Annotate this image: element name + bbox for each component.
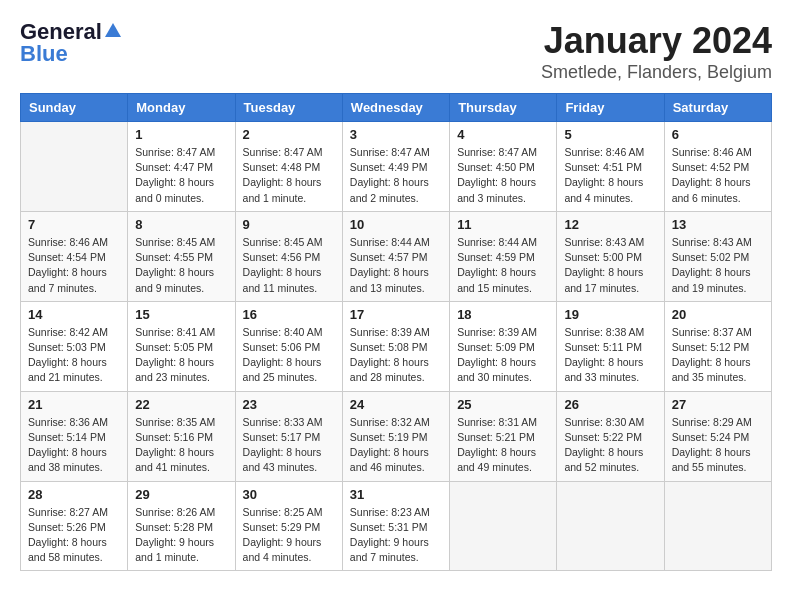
- calendar-cell: 14Sunrise: 8:42 AMSunset: 5:03 PMDayligh…: [21, 301, 128, 391]
- calendar-cell: 25Sunrise: 8:31 AMSunset: 5:21 PMDayligh…: [450, 391, 557, 481]
- day-info: Sunrise: 8:37 AMSunset: 5:12 PMDaylight:…: [672, 325, 764, 386]
- day-info: Sunrise: 8:23 AMSunset: 5:31 PMDaylight:…: [350, 505, 442, 566]
- day-info: Sunrise: 8:42 AMSunset: 5:03 PMDaylight:…: [28, 325, 120, 386]
- calendar-cell: [450, 481, 557, 571]
- day-number: 27: [672, 397, 764, 412]
- day-number: 4: [457, 127, 549, 142]
- day-number: 7: [28, 217, 120, 232]
- col-sunday: Sunday: [21, 94, 128, 122]
- col-saturday: Saturday: [664, 94, 771, 122]
- day-number: 31: [350, 487, 442, 502]
- day-info: Sunrise: 8:45 AMSunset: 4:55 PMDaylight:…: [135, 235, 227, 296]
- day-info: Sunrise: 8:27 AMSunset: 5:26 PMDaylight:…: [28, 505, 120, 566]
- day-info: Sunrise: 8:47 AMSunset: 4:49 PMDaylight:…: [350, 145, 442, 206]
- calendar-cell: 8Sunrise: 8:45 AMSunset: 4:55 PMDaylight…: [128, 211, 235, 301]
- day-info: Sunrise: 8:25 AMSunset: 5:29 PMDaylight:…: [243, 505, 335, 566]
- calendar-cell: 12Sunrise: 8:43 AMSunset: 5:00 PMDayligh…: [557, 211, 664, 301]
- calendar-header: Sunday Monday Tuesday Wednesday Thursday…: [21, 94, 772, 122]
- day-number: 17: [350, 307, 442, 322]
- calendar-cell: 23Sunrise: 8:33 AMSunset: 5:17 PMDayligh…: [235, 391, 342, 481]
- calendar-cell: 24Sunrise: 8:32 AMSunset: 5:19 PMDayligh…: [342, 391, 449, 481]
- day-info: Sunrise: 8:29 AMSunset: 5:24 PMDaylight:…: [672, 415, 764, 476]
- col-monday: Monday: [128, 94, 235, 122]
- calendar-body: 1Sunrise: 8:47 AMSunset: 4:47 PMDaylight…: [21, 122, 772, 571]
- col-thursday: Thursday: [450, 94, 557, 122]
- calendar-cell: 3Sunrise: 8:47 AMSunset: 4:49 PMDaylight…: [342, 122, 449, 212]
- day-number: 12: [564, 217, 656, 232]
- day-number: 2: [243, 127, 335, 142]
- day-info: Sunrise: 8:26 AMSunset: 5:28 PMDaylight:…: [135, 505, 227, 566]
- calendar-cell: 29Sunrise: 8:26 AMSunset: 5:28 PMDayligh…: [128, 481, 235, 571]
- day-number: 18: [457, 307, 549, 322]
- calendar-table: Sunday Monday Tuesday Wednesday Thursday…: [20, 93, 772, 571]
- calendar-cell: 2Sunrise: 8:47 AMSunset: 4:48 PMDaylight…: [235, 122, 342, 212]
- page-subtitle: Smetlede, Flanders, Belgium: [541, 62, 772, 83]
- day-number: 13: [672, 217, 764, 232]
- day-info: Sunrise: 8:38 AMSunset: 5:11 PMDaylight:…: [564, 325, 656, 386]
- day-number: 20: [672, 307, 764, 322]
- day-number: 6: [672, 127, 764, 142]
- calendar-cell: 4Sunrise: 8:47 AMSunset: 4:50 PMDaylight…: [450, 122, 557, 212]
- calendar-cell: 16Sunrise: 8:40 AMSunset: 5:06 PMDayligh…: [235, 301, 342, 391]
- day-number: 8: [135, 217, 227, 232]
- calendar-cell: 17Sunrise: 8:39 AMSunset: 5:08 PMDayligh…: [342, 301, 449, 391]
- day-info: Sunrise: 8:43 AMSunset: 5:02 PMDaylight:…: [672, 235, 764, 296]
- day-number: 1: [135, 127, 227, 142]
- day-info: Sunrise: 8:44 AMSunset: 4:59 PMDaylight:…: [457, 235, 549, 296]
- day-number: 10: [350, 217, 442, 232]
- day-info: Sunrise: 8:46 AMSunset: 4:54 PMDaylight:…: [28, 235, 120, 296]
- logo: General Blue: [20, 20, 121, 66]
- day-number: 16: [243, 307, 335, 322]
- day-info: Sunrise: 8:46 AMSunset: 4:51 PMDaylight:…: [564, 145, 656, 206]
- day-info: Sunrise: 8:47 AMSunset: 4:48 PMDaylight:…: [243, 145, 335, 206]
- day-number: 25: [457, 397, 549, 412]
- day-number: 24: [350, 397, 442, 412]
- day-number: 5: [564, 127, 656, 142]
- day-number: 3: [350, 127, 442, 142]
- day-info: Sunrise: 8:39 AMSunset: 5:09 PMDaylight:…: [457, 325, 549, 386]
- calendar-cell: 9Sunrise: 8:45 AMSunset: 4:56 PMDaylight…: [235, 211, 342, 301]
- day-info: Sunrise: 8:43 AMSunset: 5:00 PMDaylight:…: [564, 235, 656, 296]
- calendar-cell: 21Sunrise: 8:36 AMSunset: 5:14 PMDayligh…: [21, 391, 128, 481]
- col-tuesday: Tuesday: [235, 94, 342, 122]
- day-info: Sunrise: 8:36 AMSunset: 5:14 PMDaylight:…: [28, 415, 120, 476]
- calendar-cell: 20Sunrise: 8:37 AMSunset: 5:12 PMDayligh…: [664, 301, 771, 391]
- day-number: 21: [28, 397, 120, 412]
- col-friday: Friday: [557, 94, 664, 122]
- day-number: 29: [135, 487, 227, 502]
- header: General Blue January 2024 Smetlede, Flan…: [20, 20, 772, 83]
- calendar-cell: 26Sunrise: 8:30 AMSunset: 5:22 PMDayligh…: [557, 391, 664, 481]
- day-info: Sunrise: 8:40 AMSunset: 5:06 PMDaylight:…: [243, 325, 335, 386]
- day-number: 9: [243, 217, 335, 232]
- calendar-cell: 10Sunrise: 8:44 AMSunset: 4:57 PMDayligh…: [342, 211, 449, 301]
- calendar-cell: [557, 481, 664, 571]
- calendar-cell: 5Sunrise: 8:46 AMSunset: 4:51 PMDaylight…: [557, 122, 664, 212]
- calendar-cell: 1Sunrise: 8:47 AMSunset: 4:47 PMDaylight…: [128, 122, 235, 212]
- day-info: Sunrise: 8:41 AMSunset: 5:05 PMDaylight:…: [135, 325, 227, 386]
- day-info: Sunrise: 8:33 AMSunset: 5:17 PMDaylight:…: [243, 415, 335, 476]
- calendar-cell: 30Sunrise: 8:25 AMSunset: 5:29 PMDayligh…: [235, 481, 342, 571]
- calendar-cell: [21, 122, 128, 212]
- day-number: 15: [135, 307, 227, 322]
- day-info: Sunrise: 8:35 AMSunset: 5:16 PMDaylight:…: [135, 415, 227, 476]
- calendar-cell: 18Sunrise: 8:39 AMSunset: 5:09 PMDayligh…: [450, 301, 557, 391]
- day-number: 11: [457, 217, 549, 232]
- logo-blue-text: Blue: [20, 42, 68, 66]
- day-number: 19: [564, 307, 656, 322]
- day-number: 14: [28, 307, 120, 322]
- page-title: January 2024: [541, 20, 772, 62]
- calendar-cell: 15Sunrise: 8:41 AMSunset: 5:05 PMDayligh…: [128, 301, 235, 391]
- calendar-cell: [664, 481, 771, 571]
- day-info: Sunrise: 8:32 AMSunset: 5:19 PMDaylight:…: [350, 415, 442, 476]
- day-info: Sunrise: 8:44 AMSunset: 4:57 PMDaylight:…: [350, 235, 442, 296]
- page: General Blue January 2024 Smetlede, Flan…: [0, 0, 792, 581]
- day-number: 23: [243, 397, 335, 412]
- calendar-cell: 6Sunrise: 8:46 AMSunset: 4:52 PMDaylight…: [664, 122, 771, 212]
- title-area: January 2024 Smetlede, Flanders, Belgium: [541, 20, 772, 83]
- day-info: Sunrise: 8:47 AMSunset: 4:50 PMDaylight:…: [457, 145, 549, 206]
- calendar-cell: 22Sunrise: 8:35 AMSunset: 5:16 PMDayligh…: [128, 391, 235, 481]
- day-info: Sunrise: 8:45 AMSunset: 4:56 PMDaylight:…: [243, 235, 335, 296]
- day-number: 30: [243, 487, 335, 502]
- day-info: Sunrise: 8:47 AMSunset: 4:47 PMDaylight:…: [135, 145, 227, 206]
- calendar-cell: 11Sunrise: 8:44 AMSunset: 4:59 PMDayligh…: [450, 211, 557, 301]
